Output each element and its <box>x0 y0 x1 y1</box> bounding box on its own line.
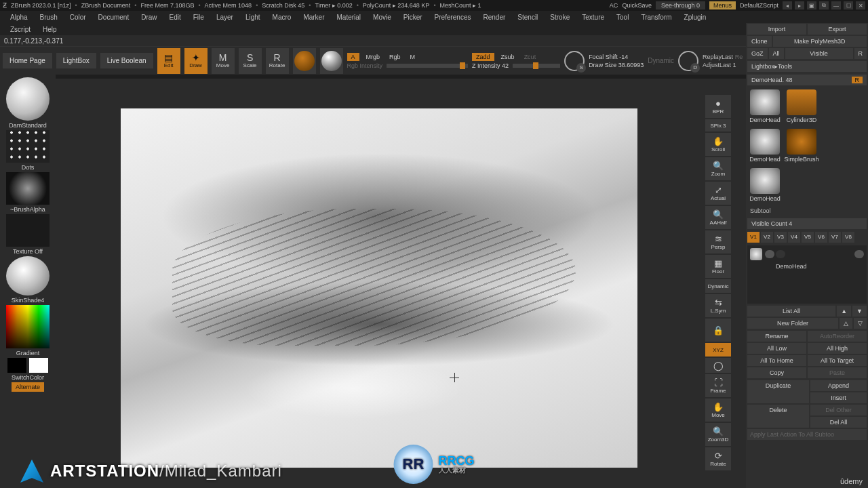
menu-tool[interactable]: Tool <box>610 14 635 21</box>
color-picker[interactable] <box>6 305 50 348</box>
live-boolean-button[interactable]: Live Boolean <box>100 53 153 68</box>
delete-button[interactable]: Delete <box>747 405 809 428</box>
copy-button[interactable]: Copy <box>747 367 806 378</box>
brush-size-ring[interactable]: S <box>564 51 585 71</box>
close-icon[interactable]: ✕ <box>856 1 865 9</box>
menu-preferences[interactable]: Preferences <box>429 14 477 21</box>
sculptris-button[interactable] <box>320 48 343 74</box>
rgb-button[interactable]: Rgb <box>387 53 403 61</box>
lasso-button[interactable]: ◯ <box>705 358 731 373</box>
subtool-header[interactable]: Subtool <box>746 205 868 217</box>
focal-shift-label[interactable]: Focal Shift -14 <box>589 54 644 60</box>
lightbox-button[interactable]: LightBox <box>56 53 96 68</box>
tool-thumb-demohead-2[interactable]: DemoHead <box>749 129 781 163</box>
alternate-button[interactable]: Alternate <box>12 382 44 392</box>
all-to-home-button[interactable]: All To Home <box>747 355 806 366</box>
rename-button[interactable]: Rename <box>747 331 806 342</box>
move-view-button[interactable]: ✋Move <box>705 399 731 422</box>
menu-brush[interactable]: Brush <box>34 14 64 21</box>
all-low-button[interactable]: All Low <box>747 343 806 354</box>
alpha-thumbnail[interactable] <box>6 172 50 205</box>
vset-7[interactable]: V7 <box>829 232 841 243</box>
draw-size-label[interactable]: Draw Size 38.60993 <box>589 62 644 68</box>
rotate-mode-button[interactable]: RRotate <box>266 48 289 74</box>
move-up-icon[interactable]: ▲ <box>837 306 851 317</box>
make-polymesh-button[interactable]: Make PolyMesh3D <box>773 36 867 47</box>
menu-texture[interactable]: Texture <box>576 14 610 21</box>
all-high-button[interactable]: All High <box>808 343 867 354</box>
del-other-button[interactable]: Del Other <box>810 405 867 415</box>
default-zscript[interactable]: DefaultZScript <box>740 2 778 9</box>
layout-clone-icon[interactable]: ⧉ <box>819 1 829 9</box>
tool-thumb-demohead[interactable]: DemoHead <box>749 89 781 123</box>
scale-mode-button[interactable]: SScale <box>239 48 262 74</box>
menu-alpha[interactable]: Alpha <box>4 14 34 21</box>
switchcolor-button[interactable]: SwitchColor <box>12 374 44 381</box>
mode-a-button[interactable]: A <box>347 53 359 61</box>
menus-toggle[interactable]: Menus <box>709 1 736 9</box>
zsub-button[interactable]: Zsub <box>498 53 517 61</box>
lsym-button[interactable]: ⇆L.Sym <box>705 294 731 317</box>
rotate-view-button[interactable]: ⟳Rotate <box>705 447 731 470</box>
arrow-up-icon[interactable]: △ <box>840 318 852 329</box>
menu-transform[interactable]: Transform <box>635 14 677 21</box>
menu-movie[interactable]: Movie <box>367 14 397 21</box>
menu-render[interactable]: Render <box>477 14 512 21</box>
all-to-target-button[interactable]: All To Target <box>808 355 867 366</box>
secondary-color-swatch[interactable] <box>7 358 26 373</box>
actual-button[interactable]: ⤢Actual <box>705 182 731 205</box>
timeline-slider[interactable] <box>0 75 868 79</box>
menu-macro[interactable]: Macro <box>267 14 298 21</box>
minimize-icon[interactable]: — <box>831 1 841 9</box>
adjust-last-button[interactable]: AdjustLast 1 <box>703 62 736 68</box>
menu-material[interactable]: Material <box>331 14 368 21</box>
mrgb-button[interactable]: Mrgb <box>363 53 383 61</box>
goz-visible-button[interactable]: Visible <box>785 48 853 59</box>
menu-light[interactable]: Light <box>239 14 267 21</box>
eye-icon[interactable] <box>765 250 774 258</box>
move-mode-button[interactable]: MMove <box>212 48 235 74</box>
del-all-button[interactable]: Del All <box>810 417 867 428</box>
goz-r-button[interactable]: R <box>854 48 867 59</box>
vset-4[interactable]: V4 <box>788 232 800 243</box>
list-all-button[interactable]: List All <box>747 306 835 317</box>
texture-thumbnail[interactable] <box>6 214 50 247</box>
frame-button[interactable]: ⛶Frame <box>705 374 731 397</box>
polyframe-icon[interactable] <box>776 250 785 258</box>
duplicate-button[interactable]: Duplicate <box>747 380 809 403</box>
vset-8[interactable]: V8 <box>842 232 854 243</box>
menu-draw[interactable]: Draw <box>135 14 163 21</box>
zcut-button[interactable]: Zcut <box>521 53 539 61</box>
persp-button[interactable]: ≋Persp <box>705 230 731 253</box>
menu-marker[interactable]: Marker <box>297 14 330 21</box>
menu-zscript[interactable]: Zscript <box>4 26 37 33</box>
apply-last-button[interactable]: Apply Last Action To All Subtoo <box>747 429 867 440</box>
lock-button[interactable]: 🔒 <box>705 319 731 342</box>
menu-file[interactable]: File <box>187 14 210 21</box>
clone-button[interactable]: Clone <box>747 36 772 47</box>
viewport-canvas[interactable] <box>121 108 637 468</box>
tool-thumb-cylinder[interactable]: Cylinder3D <box>785 89 818 123</box>
vset-2[interactable]: V2 <box>761 232 773 243</box>
import-button[interactable]: Import <box>747 24 806 35</box>
vset-1[interactable]: V1 <box>747 232 760 243</box>
autoreorder-button[interactable]: AutoReorder <box>808 331 867 342</box>
menu-color[interactable]: Color <box>64 14 92 21</box>
vset-5[interactable]: V5 <box>802 232 814 243</box>
edit-mode-button[interactable]: ▤Edit <box>157 48 180 74</box>
stroke-thumbnail[interactable] <box>6 130 50 163</box>
insert-button[interactable]: Insert <box>810 392 867 403</box>
menu-stencil[interactable]: Stencil <box>511 14 544 21</box>
menu-help[interactable]: Help <box>37 26 63 33</box>
m-button[interactable]: M <box>408 53 418 61</box>
goz-all-button[interactable]: All <box>769 48 784 59</box>
floor-button[interactable]: ▦Floor <box>705 255 731 278</box>
next-layout-icon[interactable]: ▸ <box>795 1 804 9</box>
spix-button[interactable]: SPix 3 <box>705 119 731 131</box>
menu-document[interactable]: Document <box>92 14 136 21</box>
subtool-item-label[interactable]: DemoHead <box>749 262 865 271</box>
move-down-icon[interactable]: ▼ <box>852 306 867 317</box>
gradient-label[interactable]: Gradient <box>16 350 40 357</box>
tool-thumb-demohead-3[interactable]: DemoHead <box>749 168 781 202</box>
z-intensity-slider[interactable] <box>513 64 560 68</box>
